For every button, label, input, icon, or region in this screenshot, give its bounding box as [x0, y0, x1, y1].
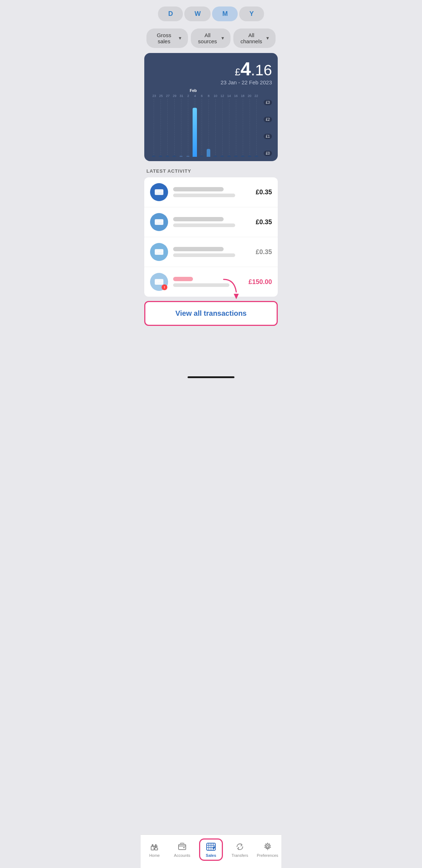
- sales-icon: [206, 842, 216, 852]
- nav-item-preferences[interactable]: Preferences: [257, 842, 278, 858]
- svg-rect-7: [155, 251, 163, 252]
- transaction-detail-blurred: [173, 253, 235, 257]
- sales-chart: £4.16 23 Jan - 22 Feb 2023 Feb 23 25 27 …: [144, 53, 278, 161]
- transaction-info: [173, 217, 251, 227]
- svg-rect-1: [155, 191, 163, 192]
- transaction-detail-blurred: [173, 223, 235, 227]
- bar-col-13: [232, 99, 239, 157]
- y-label-2: £2: [264, 117, 272, 122]
- bar-col-7-tall: [191, 99, 198, 157]
- table-row[interactable]: £0.35: [144, 207, 278, 237]
- nav-label-transfers: Transfers: [232, 853, 248, 858]
- table-row[interactable]: £0.35: [144, 177, 278, 207]
- x-label-23: 23: [151, 94, 158, 98]
- x-label-10: 10: [212, 94, 219, 98]
- period-y[interactable]: Y: [239, 6, 264, 21]
- filter-source[interactable]: All sources ▼: [191, 28, 230, 48]
- avatar: [150, 183, 168, 201]
- x-label-6: 6: [198, 94, 205, 98]
- y-label-1: £1: [264, 134, 272, 139]
- svg-rect-18: [179, 845, 186, 850]
- chevron-down-icon: ▼: [265, 36, 270, 41]
- chart-bars-area: £3 £2 £1 £0: [150, 99, 272, 157]
- card-icon: [154, 248, 164, 256]
- card-icon: [154, 278, 164, 285]
- bar-col-2: [157, 99, 164, 157]
- x-label-16: 16: [233, 94, 239, 98]
- bar-col-6: [184, 99, 191, 157]
- bar-col-1: [150, 99, 157, 157]
- y-label-3: £3: [264, 100, 272, 105]
- view-all-container: View all transactions: [144, 301, 278, 326]
- filters-row: Gross sales ▼ All sources ▼ All channels…: [141, 26, 281, 53]
- bar-col-11: [219, 99, 225, 157]
- transaction-amount: £0.35: [256, 218, 272, 226]
- filter-channel[interactable]: All channels ▼: [233, 28, 276, 48]
- bar-col-4: [171, 99, 177, 157]
- x-label-12: 12: [219, 94, 226, 98]
- table-row[interactable]: ! £150.00: [144, 267, 278, 297]
- chart-total-number: 4: [241, 58, 251, 79]
- x-label-25: 25: [158, 94, 164, 98]
- y-label-0: £0: [264, 151, 272, 156]
- nav-item-accounts[interactable]: Accounts: [171, 842, 193, 858]
- svg-rect-14: [155, 848, 158, 850]
- transaction-name-blurred: [173, 217, 224, 221]
- filter-channel-label: All channels: [239, 32, 263, 44]
- table-row[interactable]: £0.35: [144, 237, 278, 267]
- svg-rect-13: [151, 846, 154, 850]
- nav-label-preferences: Preferences: [257, 853, 278, 858]
- period-w[interactable]: W: [184, 6, 211, 21]
- transaction-name-blurred: [173, 277, 193, 281]
- bar-col-12: [225, 99, 232, 157]
- filter-source-label: All sources: [197, 32, 218, 44]
- chart-total-decimal: .16: [251, 62, 272, 79]
- wallet-icon: [177, 842, 187, 852]
- x-label-4: 4: [192, 94, 198, 98]
- x-label-22: 22: [253, 94, 260, 98]
- avatar: [150, 243, 168, 261]
- transaction-name-blurred: [173, 187, 224, 191]
- svg-marker-12: [234, 294, 239, 299]
- x-label-14: 14: [226, 94, 233, 98]
- nav-item-transfers[interactable]: Transfers: [229, 842, 251, 858]
- transaction-name-blurred: [173, 247, 224, 251]
- bar-col-15: [246, 99, 253, 157]
- filter-type[interactable]: Gross sales ▼: [146, 28, 188, 48]
- svg-rect-17: [151, 846, 158, 847]
- bar-col-16: [253, 99, 260, 157]
- avatar: [150, 213, 168, 231]
- period-d[interactable]: D: [158, 6, 183, 21]
- chevron-down-icon: ▼: [178, 36, 182, 41]
- transaction-info: [173, 247, 251, 257]
- svg-rect-2: [156, 192, 158, 193]
- nav-item-home[interactable]: Home: [144, 842, 165, 858]
- filter-type-label: Gross sales: [152, 32, 176, 44]
- gear-icon: [263, 842, 273, 852]
- bar-col-3: [164, 99, 171, 157]
- svg-rect-5: [156, 222, 158, 223]
- warning-badge: !: [162, 284, 167, 290]
- chart-currency-symbol: £: [235, 66, 241, 78]
- bar-col-5: [177, 99, 184, 157]
- card-icon: [154, 218, 164, 226]
- chart-date-range: 23 Jan - 22 Feb 2023: [150, 79, 272, 85]
- chart-total: £4.16: [150, 59, 272, 79]
- transaction-amount: £0.35: [256, 189, 272, 196]
- nav-label-home: Home: [149, 853, 160, 858]
- svg-rect-8: [156, 252, 158, 253]
- svg-point-26: [267, 846, 269, 848]
- avatar: !: [150, 273, 168, 291]
- x-label-29: 29: [171, 94, 178, 98]
- bar-col-8: [198, 99, 205, 157]
- transaction-detail-blurred: [173, 194, 235, 197]
- view-all-transactions-button[interactable]: View all transactions: [144, 301, 278, 326]
- home-indicator: [188, 376, 234, 378]
- svg-rect-10: [155, 280, 163, 282]
- card-icon: [154, 189, 164, 196]
- feb-label: Feb: [190, 88, 197, 93]
- period-m[interactable]: M: [212, 6, 238, 21]
- x-label-8: 8: [205, 94, 212, 98]
- nav-item-sales[interactable]: Sales: [199, 838, 223, 861]
- transactions-list: £0.35 £0.35 £0.35: [144, 177, 278, 297]
